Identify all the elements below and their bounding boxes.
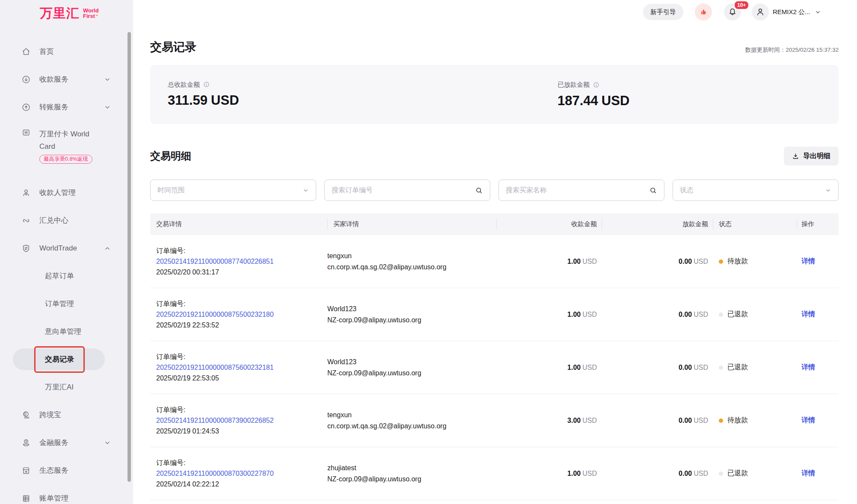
- status-label: 已退款: [727, 310, 748, 319]
- detail-action-link[interactable]: 详情: [801, 310, 815, 318]
- account-name[interactable]: REMIX2 公...: [773, 8, 810, 16]
- order-number-link[interactable]: 2025021419211000000877400226851: [156, 256, 327, 267]
- table-row: 订单编号: 2025021419211000000877400226851 20…: [150, 235, 839, 288]
- received-currency: USD: [582, 470, 597, 477]
- transactions-table: 交易详情 买家详情 收款金额 放款金额 状态 操作 订单编号: 20250214…: [150, 213, 839, 500]
- buyer-search-input[interactable]: [506, 186, 649, 194]
- sidebar-item-world-card[interactable]: W 万里付卡 World Card 最高享受0.8%返现: [0, 121, 133, 179]
- released-amount: 0.00: [679, 364, 692, 371]
- col-received-amount: 收款金额: [496, 213, 602, 235]
- like-button[interactable]: [695, 3, 712, 21]
- sidebar-item-transfer-services[interactable]: 转账服务: [0, 93, 133, 121]
- chevron-down-icon: [302, 187, 309, 194]
- order-number-label: 订单编号:: [156, 351, 327, 362]
- info-icon[interactable]: [593, 82, 599, 88]
- brand-logo-cn: 万里汇: [40, 7, 80, 20]
- status-label: 已退款: [727, 469, 748, 478]
- released-currency: USD: [694, 258, 708, 265]
- sidebar-item-financial-services[interactable]: ¥ 金融服务: [0, 429, 133, 457]
- sidebar-item-intent-management[interactable]: 意向单管理: [0, 318, 133, 345]
- sidebar-item-payee-management[interactable]: 收款人管理: [0, 179, 133, 206]
- sidebar-item-exchange-center[interactable]: 汇兑中心: [0, 206, 133, 234]
- shield-trade-icon: [21, 244, 31, 253]
- sidebar-item-eco-services[interactable]: 生态服务: [0, 457, 133, 484]
- order-time: 2025/02/19 22:53:52: [156, 320, 327, 330]
- brand-logo-en: World First: [83, 8, 99, 19]
- date-range-select[interactable]: 时间范围: [150, 180, 316, 201]
- sidebar-item-worldtrade[interactable]: WorldTrade: [0, 234, 133, 262]
- brand-logo: 万里汇 World First: [40, 7, 99, 20]
- order-time: 2025/02/14 02:22:12: [156, 479, 327, 489]
- received-amount: 1.00: [567, 311, 581, 318]
- total-received-label: 总收款金额: [168, 79, 200, 90]
- order-number-link[interactable]: 2025021419211000000870300227870: [156, 468, 327, 479]
- svg-text:¥: ¥: [25, 440, 27, 443]
- received-currency: USD: [582, 311, 597, 318]
- total-released: 已放款金额 187.44USD: [557, 79, 629, 106]
- received-amount: 1.00: [567, 364, 581, 371]
- order-number-link[interactable]: 2025022019211000000875500232180: [156, 309, 327, 320]
- sidebar-scrollbar[interactable]: [128, 32, 131, 482]
- buyer-email: NZ-corp.09@alipay.uwtuso.org: [327, 315, 496, 326]
- info-icon[interactable]: [203, 81, 210, 88]
- order-number-link[interactable]: 2025022019211000000875600232181: [156, 362, 327, 373]
- buyer-name: World123: [327, 357, 496, 368]
- main-area: 新手引导 10+ REMIX2 公... 交易记录 数据更新时间：2025/02…: [133, 0, 857, 504]
- buyer-name: World123: [327, 304, 496, 315]
- detail-action-link[interactable]: 详情: [801, 469, 815, 477]
- received-amount: 1.00: [567, 258, 581, 265]
- exchange-icon: [21, 216, 31, 225]
- order-time: 2025/02/19 22:53:05: [156, 373, 327, 383]
- chevron-down-icon[interactable]: [815, 9, 821, 15]
- table-row: 订单编号: 2025022019211000000875500232180 20…: [150, 288, 839, 341]
- search-icon[interactable]: [475, 186, 483, 195]
- page-title: 交易记录: [150, 40, 196, 54]
- order-time: 2025/02/19 01:24:53: [156, 426, 327, 436]
- arrow-up-circle-icon: [21, 103, 31, 112]
- received-currency: USD: [582, 417, 597, 424]
- summary-card: 总收款金额 311.59USD 已放款金额 187.44USD: [150, 65, 839, 124]
- person-icon: [21, 188, 31, 197]
- status-select[interactable]: 状态: [673, 180, 839, 201]
- detail-action-link[interactable]: 详情: [801, 416, 815, 424]
- section-title: 交易明细: [150, 149, 191, 163]
- order-search-input[interactable]: [332, 186, 475, 194]
- released-amount: 0.00: [679, 417, 692, 424]
- beginner-guide-button[interactable]: 新手引导: [643, 4, 683, 20]
- order-number-link[interactable]: 2025021419211000000873900226852: [156, 415, 327, 426]
- sidebar-item-worldfirst-ai[interactable]: 万里汇AI: [0, 373, 133, 401]
- status-dot: [719, 312, 723, 317]
- storefront-icon: [21, 466, 31, 475]
- arrow-down-circle-icon: [21, 75, 31, 84]
- sidebar-item-bill-management[interactable]: 账单管理: [0, 484, 133, 504]
- chevron-down-icon: [104, 104, 111, 111]
- detail-action-link[interactable]: 详情: [801, 257, 815, 265]
- col-buyer-details: 买家详情: [327, 213, 496, 235]
- buyer-name: tengxun: [327, 410, 496, 421]
- sidebar-item-receive-services[interactable]: 收款服务: [0, 65, 133, 93]
- sidebar-item-cross-border[interactable]: 1688 跨境宝: [0, 401, 133, 429]
- sidebar-item-draft-order[interactable]: 起草订单: [0, 262, 133, 290]
- order-number-label: 订单编号:: [156, 404, 327, 415]
- topbar: 新手引导 10+ REMIX2 公...: [643, 3, 821, 21]
- detail-action-link[interactable]: 详情: [801, 363, 815, 371]
- export-button[interactable]: 导出明细: [784, 147, 839, 165]
- released-amount: 0.00: [679, 258, 692, 265]
- sidebar-item-home[interactable]: 首页: [0, 38, 133, 65]
- table-header: 交易详情 买家详情 收款金额 放款金额 状态 操作: [150, 213, 839, 235]
- order-number-label: 订单编号:: [156, 457, 327, 468]
- search-icon[interactable]: [649, 186, 657, 195]
- sidebar-item-order-management[interactable]: 订单管理: [0, 290, 133, 318]
- sidebar-item-transaction-records[interactable]: 交易记录: [0, 345, 133, 373]
- user-icon: [756, 7, 765, 17]
- order-number-label: 订单编号:: [156, 245, 327, 256]
- table-row: 订单编号: 2025022019211000000875600232181 20…: [150, 341, 839, 394]
- total-received-currency: USD: [211, 93, 239, 108]
- card-icon: W: [21, 128, 31, 137]
- order-time: 2025/02/20 00:31:17: [156, 267, 327, 277]
- table-body: 订单编号: 2025021419211000000877400226851 20…: [150, 235, 839, 500]
- data-updated-time: 数据更新时间：2025/02/26 15:37:32: [745, 46, 839, 54]
- account-avatar[interactable]: [752, 3, 769, 21]
- svg-text:1688: 1688: [24, 416, 30, 419]
- released-currency: USD: [694, 311, 708, 318]
